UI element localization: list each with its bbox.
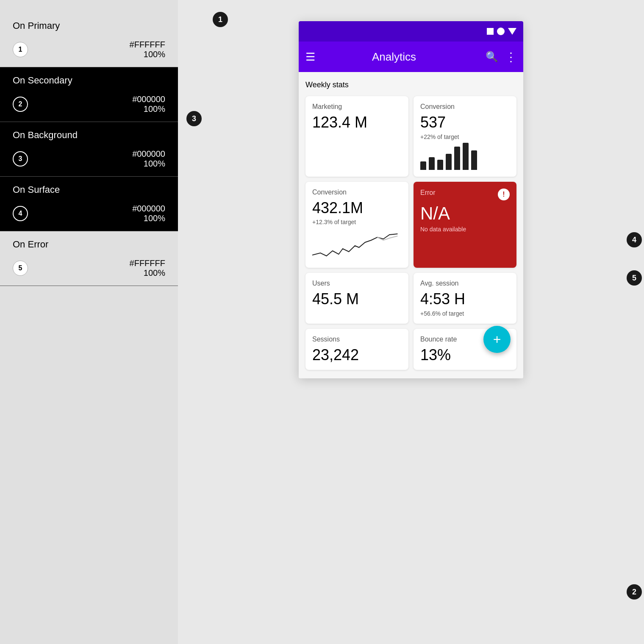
badge-3: 3	[13, 151, 28, 167]
bar-chart	[420, 140, 510, 170]
on-error-hex: #FFFFFF	[130, 258, 165, 268]
on-secondary-row: 2 #000000 100%	[0, 90, 178, 122]
on-secondary-section: On Secondary 2 #000000 100%	[0, 67, 178, 122]
conversion-bottom-card: Conversion 432.1M +12.3% of target	[305, 182, 408, 268]
sessions-label: Sessions	[312, 336, 402, 343]
avg-session-card: Avg. session 4:53 H +56.6% of target	[414, 273, 516, 324]
users-label: Users	[312, 280, 402, 287]
bar-2	[429, 157, 435, 170]
marketing-value: 123.4 M	[312, 114, 402, 131]
annotation-2: 2	[627, 584, 642, 600]
annotation-5: 5	[627, 270, 642, 286]
on-primary-row: 1 #FFFFFF 100%	[0, 36, 178, 67]
on-secondary-hex: #000000	[132, 94, 165, 104]
on-background-label: On Background	[0, 122, 178, 145]
hamburger-icon[interactable]: ☰	[305, 50, 315, 64]
conversion-top-subtitle: +22% of target	[420, 133, 510, 140]
status-triangle-icon	[508, 28, 516, 35]
error-card-header: Error !	[420, 189, 510, 200]
more-options-icon[interactable]: ⋮	[505, 50, 516, 64]
stats-grid: Marketing 123.4 M Conversion 537 +22% of…	[305, 96, 516, 370]
on-primary-section: On Primary 1 #FFFFFF 100%	[0, 13, 178, 67]
fab-button[interactable]: +	[483, 326, 511, 353]
line-chart	[312, 225, 402, 259]
on-primary-percent: 100%	[144, 50, 165, 59]
bar-6	[463, 143, 469, 170]
status-bar	[299, 21, 523, 42]
section-title: Weekly stats	[305, 80, 516, 89]
on-surface-hex: #000000	[132, 204, 165, 214]
left-panel: On Primary 1 #FFFFFF 100% On Secondary 2…	[0, 0, 178, 644]
on-background-values: #000000 100%	[35, 149, 165, 169]
annotation-4: 4	[627, 232, 642, 247]
on-secondary-label: On Secondary	[0, 67, 178, 90]
sessions-card: Sessions 23,242	[305, 329, 408, 370]
users-card: Users 45.5 M	[305, 273, 408, 324]
bar-5	[454, 147, 460, 170]
conversion-bottom-subtitle: +12.3% of target	[312, 219, 402, 225]
status-circle-icon	[497, 28, 505, 35]
conversion-top-card: Conversion 537 +22% of target	[414, 96, 516, 177]
on-error-values: #FFFFFF 100%	[35, 258, 165, 278]
marketing-card: Marketing 123.4 M	[305, 96, 408, 177]
app-bar: ☰ Analytics 🔍 ⋮	[299, 42, 523, 72]
badge-4: 4	[13, 206, 28, 221]
error-value: N/A	[420, 204, 510, 223]
users-value: 45.5 M	[312, 291, 402, 308]
error-subtitle: No data available	[420, 226, 510, 233]
app-title: Analytics	[322, 50, 466, 64]
on-surface-values: #000000 100%	[35, 204, 165, 223]
bar-3	[437, 160, 443, 170]
conversion-top-label: Conversion	[420, 103, 510, 111]
on-error-label: On Error	[0, 231, 178, 254]
app-bar-actions: 🔍 ⋮	[486, 50, 516, 64]
conversion-bottom-value: 432.1M	[312, 200, 402, 217]
on-background-percent: 100%	[144, 159, 165, 169]
error-badge-icon: !	[498, 189, 510, 200]
sessions-value: 23,242	[312, 347, 402, 364]
on-surface-label: On Surface	[0, 177, 178, 200]
on-background-hex: #000000	[132, 149, 165, 159]
on-primary-values: #FFFFFF 100%	[35, 40, 165, 59]
on-background-section: On Background 3 #000000 100%	[0, 122, 178, 177]
on-error-percent: 100%	[144, 268, 165, 278]
on-surface-percent: 100%	[144, 214, 165, 223]
annotation-1: 1	[213, 12, 228, 27]
badge-1: 1	[13, 42, 28, 57]
on-primary-label: On Primary	[0, 13, 178, 36]
on-surface-row: 4 #000000 100%	[0, 200, 178, 231]
error-card: Error ! N/A No data available	[414, 182, 516, 268]
badge-5: 5	[13, 261, 28, 276]
conversion-bottom-label: Conversion	[312, 189, 402, 196]
annotation-3: 3	[186, 111, 202, 126]
status-square-icon	[487, 28, 494, 35]
marketing-label: Marketing	[312, 103, 402, 111]
bar-4	[446, 154, 452, 170]
right-panel: 1 3 4 5 2 ☰ Analytics 🔍 ⋮	[178, 0, 644, 644]
avg-session-subtitle: +56.6% of target	[420, 310, 510, 317]
on-error-row: 5 #FFFFFF 100%	[0, 254, 178, 286]
avg-session-label: Avg. session	[420, 280, 510, 287]
bar-1	[420, 161, 426, 170]
conversion-top-value: 537	[420, 114, 510, 131]
bar-7	[471, 150, 477, 170]
badge-2: 2	[13, 97, 28, 112]
error-label: Error	[420, 189, 436, 197]
on-primary-hex: #FFFFFF	[130, 40, 165, 50]
on-secondary-percent: 100%	[144, 104, 165, 114]
on-background-row: 3 #000000 100%	[0, 145, 178, 176]
on-surface-section: On Surface 4 #000000 100%	[0, 177, 178, 231]
phone-container: ☰ Analytics 🔍 ⋮ Weekly stats Marketing 1…	[299, 21, 523, 378]
avg-session-value: 4:53 H	[420, 291, 510, 308]
on-error-section: On Error 5 #FFFFFF 100%	[0, 231, 178, 286]
on-secondary-values: #000000 100%	[35, 94, 165, 114]
search-icon[interactable]: 🔍	[486, 51, 498, 63]
